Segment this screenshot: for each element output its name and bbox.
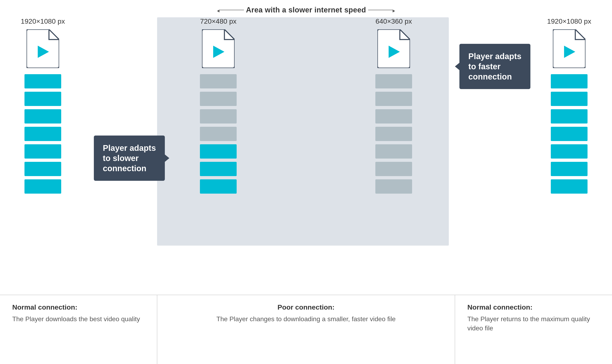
tooltip-slower: Player adaptsto slowerconnection [94, 136, 165, 181]
block [25, 144, 61, 158]
bottom-left-text: The Player downloads the best video qual… [12, 314, 145, 324]
file-icon-4 [553, 29, 585, 68]
file-icon-1 [27, 29, 59, 68]
bottom-center-text: The Player changes to downloading a smal… [174, 314, 438, 324]
tooltip-faster: Player adaptsto fasterconnection [459, 44, 530, 89]
tooltip-faster-text: Player adaptsto fasterconnection [468, 52, 521, 81]
block [200, 74, 237, 89]
block [375, 179, 412, 194]
file-icon-3 [377, 29, 410, 68]
slow-area-text: Area with a slower internet speed [246, 6, 366, 14]
block [375, 144, 412, 158]
block [375, 74, 412, 89]
block [375, 162, 412, 176]
bottom-normal-right: Normal connection: The Player returns to… [455, 295, 612, 364]
bottom-section: Normal connection: The Player downloads … [0, 295, 612, 364]
bottom-center-title: Poor connection: [174, 303, 438, 311]
block [551, 127, 587, 141]
col-3-blocks [375, 74, 412, 194]
arrow-right-line [368, 6, 395, 14]
col-4-blocks [551, 74, 587, 194]
tooltip-slower-text: Player adaptsto slowerconnection [103, 143, 156, 173]
column-1920-left: 1920×1080 px [16, 17, 69, 194]
col-2-label: 720×480 px [200, 17, 237, 25]
col-2-blocks [200, 74, 237, 194]
block [551, 162, 587, 176]
block [551, 179, 587, 194]
column-640: 640×360 px Player adaptsto fasterco [367, 17, 420, 194]
block [551, 92, 587, 106]
block [25, 109, 61, 124]
block [200, 127, 237, 141]
column-1920-right: 1920×1080 px [543, 17, 596, 194]
block [551, 109, 587, 124]
file-icon-2 [202, 29, 235, 68]
block [25, 74, 61, 89]
col-3-label: 640×360 px [376, 17, 412, 25]
col-1-label: 1920×1080 px [21, 17, 65, 25]
block [25, 179, 61, 194]
slow-area-label: Area with a slower internet speed [217, 6, 395, 14]
block [375, 92, 412, 106]
block [25, 162, 61, 176]
main-container: Area with a slower internet speed 1920×1… [0, 0, 612, 364]
col-4-label: 1920×1080 px [547, 17, 591, 25]
bottom-right-title: Normal connection: [467, 303, 600, 311]
block [551, 74, 587, 89]
block [200, 179, 237, 194]
arrow-left-line [217, 6, 244, 14]
block [375, 127, 412, 141]
bottom-normal-left: Normal connection: The Player downloads … [0, 295, 157, 364]
block [25, 92, 61, 106]
block [200, 109, 237, 124]
block [200, 92, 237, 106]
col-1-blocks [25, 74, 61, 194]
block [375, 109, 412, 124]
block [551, 144, 587, 158]
bottom-right-text: The Player returns to the maximum qualit… [467, 314, 600, 333]
bottom-left-title: Normal connection: [12, 303, 145, 311]
block [200, 162, 237, 176]
block [200, 144, 237, 158]
block [25, 127, 61, 141]
column-720: 720×480 px Player adaptsto slowerco [192, 17, 245, 194]
bottom-poor-center: Poor connection: The Player changes to d… [157, 295, 455, 364]
